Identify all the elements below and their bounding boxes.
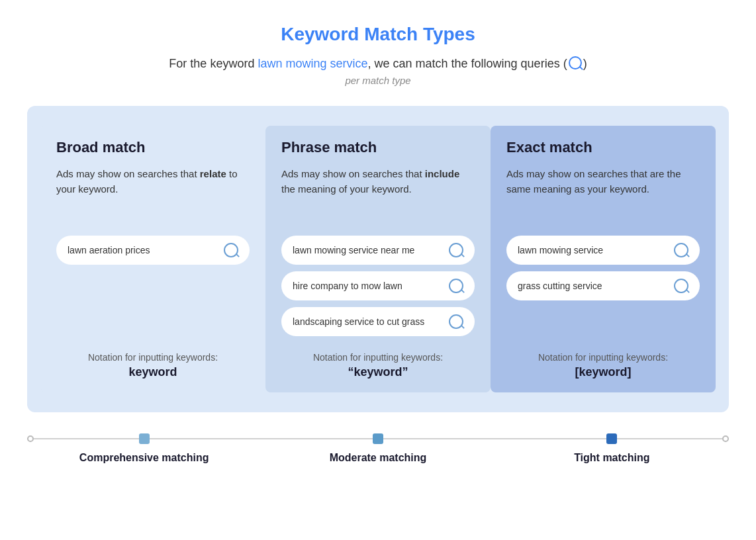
subtitle-end: ) [583, 57, 587, 70]
phrase-search-queries: lawn mowing service near me hire company… [281, 236, 475, 336]
phrase-query-2-text: hire company to mow lawn [293, 281, 444, 291]
phrase-query-2: hire company to mow lawn [281, 271, 475, 300]
comprehensive-label: Comprehensive matching [27, 452, 261, 464]
broad-match-description: Ads may show on searches that relate to … [56, 167, 250, 220]
search-pill-icon-1 [449, 243, 463, 257]
exact-match-description: Ads may show on searches that are the sa… [506, 167, 700, 220]
subtitle: For the keyword lawn mowing service, we … [26, 54, 730, 71]
exact-query-1: lawn mowing service [506, 236, 700, 265]
moderate-square [373, 433, 383, 444]
exact-query-2: grass cutting service [506, 271, 700, 300]
match-types-container: Broad match Ads may show on searches tha… [27, 106, 729, 412]
search-pill-icon-4 [674, 243, 688, 257]
exact-notation-value: [keyword] [506, 365, 700, 379]
broad-notation: Notation for inputting keywords: keyword [56, 352, 250, 379]
broad-search-queries: lawn aeration prices [56, 236, 250, 336]
comprehensive-square [139, 433, 150, 444]
subtitle-before: For the keyword [169, 57, 258, 70]
phrase-query-1: lawn mowing service near me [281, 236, 475, 265]
header: Keyword Match Types For the keyword lawn… [0, 0, 756, 99]
phrase-notation: Notation for inputting keywords: “keywor… [281, 352, 475, 379]
exact-query-1-text: lawn mowing service [518, 245, 669, 255]
search-icon [569, 56, 582, 69]
broad-match-title: Broad match [56, 139, 250, 156]
tight-label: Tight matching [495, 452, 729, 464]
track-right-dot [722, 435, 729, 442]
subtitle-keyword: lawn mowing service [258, 57, 367, 70]
exact-notation: Notation for inputting keywords: [keywor… [506, 352, 700, 379]
track-left-dot [27, 435, 34, 442]
exact-notation-label: Notation for inputting keywords: [506, 352, 700, 363]
search-pill-icon-3 [449, 314, 463, 329]
exact-query-2-text: grass cutting service [518, 281, 669, 291]
page-title: Keyword Match Types [26, 24, 730, 45]
tight-square [606, 433, 617, 444]
broad-match-column: Broad match Ads may show on searches tha… [40, 126, 265, 392]
broad-query-1: lawn aeration prices [56, 236, 250, 265]
broad-query-1-text: lawn aeration prices [68, 245, 218, 255]
matching-labels: Comprehensive matching Moderate matching… [27, 452, 729, 464]
search-pill-icon [224, 243, 238, 257]
search-pill-icon-5 [674, 279, 688, 293]
exact-match-title: Exact match [506, 139, 700, 156]
phrase-query-3-text: landscaping service to cut grass [293, 316, 444, 327]
exact-search-queries: lawn mowing service grass cutting servic… [506, 236, 700, 336]
broad-notation-value: keyword [56, 365, 250, 379]
phrase-notation-label: Notation for inputting keywords: [281, 352, 475, 363]
search-pill-icon-2 [449, 279, 463, 293]
phrase-query-3: landscaping service to cut grass [281, 307, 475, 336]
exact-match-column: Exact match Ads may show on searches tha… [491, 126, 716, 392]
subtitle-after: , we can match the following queries ( [367, 57, 567, 70]
phrase-match-column: Phrase match Ads may show on searches th… [265, 126, 491, 392]
moderate-label: Moderate matching [261, 452, 495, 464]
phrase-match-description: Ads may show on searches that include th… [281, 167, 475, 220]
per-match-type-label: per match type [26, 75, 730, 86]
broad-notation-label: Notation for inputting keywords: [56, 352, 250, 363]
phrase-query-1-text: lawn mowing service near me [293, 245, 444, 255]
phrase-match-title: Phrase match [281, 139, 475, 156]
phrase-notation-value: “keyword” [281, 365, 475, 379]
spectrum-track [27, 432, 729, 445]
